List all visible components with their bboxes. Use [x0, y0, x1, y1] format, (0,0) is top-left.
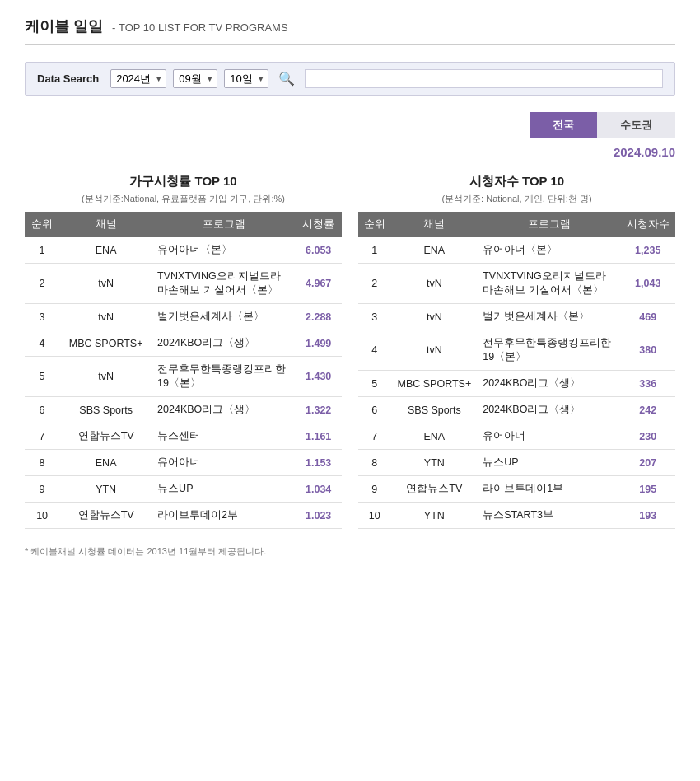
- viewers-cell: 380: [620, 330, 675, 371]
- viewers-cell: 469: [620, 304, 675, 330]
- channel-cell: ENA: [59, 237, 152, 264]
- table-row: 6 SBS Sports 2024KBO리그〈생〉 242: [358, 397, 675, 423]
- table-row: 4 tvN 전무후무한특종랭킹프리한19〈본〉 380: [358, 330, 675, 371]
- col-viewers-v: 시청자수: [620, 212, 675, 237]
- viewers-table: 순위 채널 프로그램 시청자수 1 ENA 유어아너〈본〉 1,235 2 tv…: [358, 212, 675, 529]
- channel-cell: MBC SPORTS+: [59, 330, 152, 357]
- channel-cell: tvN: [59, 357, 152, 397]
- rank-cell: 10: [358, 503, 390, 529]
- table-row: 4 MBC SPORTS+ 2024KBO리그〈생〉 1.499: [25, 330, 342, 357]
- program-cell: 유어아너: [152, 450, 295, 476]
- search-input[interactable]: [305, 69, 663, 88]
- program-cell: 2024KBO리그〈생〉: [478, 371, 620, 397]
- program-cell: 라이브투데이2부: [152, 503, 295, 529]
- rank-cell: 1: [358, 237, 390, 264]
- date-display: 2024.09.10: [25, 145, 675, 159]
- table-row: 1 ENA 유어아너〈본〉 6.053: [25, 237, 342, 264]
- program-cell: 유어아너〈본〉: [478, 237, 620, 264]
- channel-cell: ENA: [59, 450, 152, 476]
- channel-cell: SBS Sports: [59, 397, 152, 423]
- rank-cell: 5: [358, 371, 390, 397]
- rating-cell: 1.023: [295, 503, 342, 529]
- program-cell: TVNXTVING오리지널드라마손해보 기실어서〈본〉: [478, 264, 620, 304]
- program-cell: 전무후무한특종랭킹프리한19〈본〉: [152, 357, 295, 397]
- footnote: * 케이블채널 시청률 데이터는 2013년 11월부터 제공됩니다.: [25, 545, 675, 558]
- viewers-table-subtitle: (분석기준: National, 개인, 단위:천 명): [358, 193, 675, 205]
- program-cell: 유어아너〈본〉: [152, 237, 295, 264]
- table-row: 7 ENA 유어아너 230: [358, 423, 675, 450]
- program-cell: 뉴스UP: [152, 476, 295, 503]
- page-title-main: 케이블 일일: [25, 18, 103, 35]
- page-title-sub: - TOP 10 LIST FOR TV PROGRAMS: [112, 21, 288, 34]
- search-bar: Data Search 2022년 2023년 2024년 01월02월03월 …: [25, 62, 675, 96]
- rank-cell: 6: [358, 397, 390, 423]
- tables-container: 가구시청률 TOP 10 (분석기준:National, 유료플랫폼 가입 가구…: [25, 174, 675, 529]
- household-table-subtitle: (분석기준:National, 유료플랫폼 가입 가구, 단위:%): [25, 193, 342, 205]
- search-button[interactable]: 🔍: [275, 71, 298, 87]
- household-table: 순위 채널 프로그램 시청률 1 ENA 유어아너〈본〉 6.053 2 tvN…: [25, 212, 342, 529]
- rating-cell: 2.288: [295, 304, 342, 330]
- program-cell: 2024KBO리그〈생〉: [152, 330, 295, 357]
- viewers-table-section: 시청자수 TOP 10 (분석기준: National, 개인, 단위:천 명)…: [358, 174, 675, 529]
- channel-cell: ENA: [390, 423, 478, 450]
- viewers-cell: 230: [620, 423, 675, 450]
- rating-cell: 1.322: [295, 397, 342, 423]
- program-cell: 벌거벗은세계사〈본〉: [478, 304, 620, 330]
- region-button-group: 전국 수도권: [25, 112, 675, 138]
- rank-cell: 5: [25, 357, 59, 397]
- viewers-cell: 242: [620, 397, 675, 423]
- channel-cell: MBC SPORTS+: [390, 371, 478, 397]
- channel-cell: YTN: [390, 450, 478, 476]
- rank-cell: 9: [358, 476, 390, 503]
- table-row: 10 연합뉴스TV 라이브투데이2부 1.023: [25, 503, 342, 529]
- channel-cell: tvN: [390, 330, 478, 371]
- channel-cell: tvN: [390, 304, 478, 330]
- col-channel-h: 채널: [59, 212, 152, 237]
- rating-cell: 1.034: [295, 476, 342, 503]
- rating-cell: 1.153: [295, 450, 342, 476]
- viewers-cell: 193: [620, 503, 675, 529]
- month-select[interactable]: 01월02월03월 04월05월06월 07월08월09월 10월11월12월: [173, 69, 217, 88]
- day-select-wrapper[interactable]: 01일02일03일 04일05일06일 07일08일09일 10일: [224, 69, 268, 88]
- rank-cell: 6: [25, 397, 59, 423]
- channel-cell: 연합뉴스TV: [59, 503, 152, 529]
- program-cell: 라이브투데이1부: [478, 476, 620, 503]
- region-btn-national[interactable]: 전국: [530, 112, 597, 138]
- rating-cell: 1.161: [295, 423, 342, 450]
- col-program-h: 프로그램: [152, 212, 295, 237]
- rank-cell: 7: [358, 423, 390, 450]
- rank-cell: 1: [25, 237, 59, 264]
- col-rank-v: 순위: [358, 212, 390, 237]
- table-row: 3 tvN 벌거벗은세계사〈본〉 469: [358, 304, 675, 330]
- program-cell: 2024KBO리그〈생〉: [478, 397, 620, 423]
- rank-cell: 10: [25, 503, 59, 529]
- program-cell: 뉴스UP: [478, 450, 620, 476]
- month-select-wrapper[interactable]: 01월02월03월 04월05월06월 07월08월09월 10월11월12월: [173, 69, 217, 88]
- rank-cell: 4: [25, 330, 59, 357]
- rank-cell: 4: [358, 330, 390, 371]
- rating-cell: 1.499: [295, 330, 342, 357]
- table-row: 1 ENA 유어아너〈본〉 1,235: [358, 237, 675, 264]
- rating-cell: 4.967: [295, 264, 342, 304]
- rank-cell: 2: [358, 264, 390, 304]
- table-row: 10 YTN 뉴스START3부 193: [358, 503, 675, 529]
- table-row: 5 tvN 전무후무한특종랭킹프리한19〈본〉 1.430: [25, 357, 342, 397]
- year-select-wrapper[interactable]: 2022년 2023년 2024년: [110, 69, 166, 88]
- year-select[interactable]: 2022년 2023년 2024년: [110, 69, 166, 88]
- channel-cell: tvN: [59, 264, 152, 304]
- day-select[interactable]: 01일02일03일 04일05일06일 07일08일09일 10일: [224, 69, 268, 88]
- program-cell: TVNXTVING오리지널드라마손해보 기실어서〈본〉: [152, 264, 295, 304]
- table-row: 3 tvN 벌거벗은세계사〈본〉 2.288: [25, 304, 342, 330]
- rank-cell: 9: [25, 476, 59, 503]
- page-header: 케이블 일일 - TOP 10 LIST FOR TV PROGRAMS: [25, 16, 675, 45]
- region-btn-metro[interactable]: 수도권: [597, 112, 675, 138]
- viewers-cell: 1,043: [620, 264, 675, 304]
- rank-cell: 3: [25, 304, 59, 330]
- viewers-cell: 336: [620, 371, 675, 397]
- table-row: 6 SBS Sports 2024KBO리그〈생〉 1.322: [25, 397, 342, 423]
- table-row: 2 tvN TVNXTVING오리지널드라마손해보 기실어서〈본〉 1,043: [358, 264, 675, 304]
- col-rank-h: 순위: [25, 212, 59, 237]
- table-row: 9 YTN 뉴스UP 1.034: [25, 476, 342, 503]
- viewers-cell: 1,235: [620, 237, 675, 264]
- col-program-v: 프로그램: [478, 212, 620, 237]
